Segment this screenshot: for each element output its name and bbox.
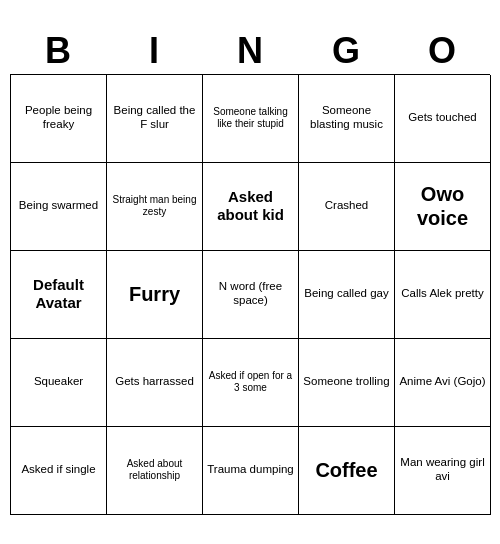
bingo-cell-24: Man wearing girl avi [395,427,491,515]
bingo-cell-1: Being called the F slur [107,75,203,163]
header-b: B [13,30,103,72]
bingo-cell-17: Asked if open for a 3 some [203,339,299,427]
bingo-cell-5: Being swarmed [11,163,107,251]
bingo-grid: People being freakyBeing called the F sl… [10,74,490,515]
bingo-cell-4: Gets touched [395,75,491,163]
bingo-cell-6: Straight man being zesty [107,163,203,251]
bingo-cell-9: Owo voice [395,163,491,251]
bingo-cell-8: Crashed [299,163,395,251]
bingo-cell-18: Someone trolling [299,339,395,427]
bingo-cell-15: Squeaker [11,339,107,427]
header-g: G [301,30,391,72]
bingo-cell-19: Anime Avi (Gojo) [395,339,491,427]
bingo-cell-0: People being freaky [11,75,107,163]
bingo-card: B I N G O People being freakyBeing calle… [10,30,490,515]
bingo-cell-16: Gets harrassed [107,339,203,427]
bingo-cell-10: Default Avatar [11,251,107,339]
bingo-cell-22: Trauma dumping [203,427,299,515]
bingo-cell-23: Coffee [299,427,395,515]
bingo-cell-12: N word (free space) [203,251,299,339]
header-n: N [205,30,295,72]
header-i: I [109,30,199,72]
bingo-cell-14: Calls Alek pretty [395,251,491,339]
bingo-cell-13: Being called gay [299,251,395,339]
bingo-cell-20: Asked if single [11,427,107,515]
bingo-cell-11: Furry [107,251,203,339]
header-o: O [397,30,487,72]
bingo-header: B I N G O [10,30,490,72]
bingo-cell-2: Someone talking like their stupid [203,75,299,163]
bingo-cell-7: Asked about kid [203,163,299,251]
bingo-cell-3: Someone blasting music [299,75,395,163]
bingo-cell-21: Asked about relationship [107,427,203,515]
